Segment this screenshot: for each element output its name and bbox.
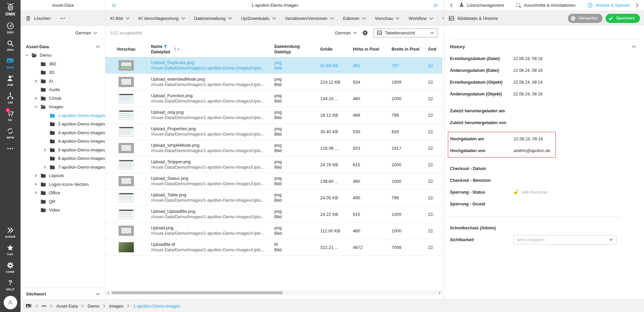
collapse-icon[interactable] <box>96 46 100 48</box>
menu-item[interactable]: KI Verschlagwortung <box>139 16 185 21</box>
collapse-section-icon[interactable] <box>632 46 639 48</box>
tree-item[interactable]: Demo <box>21 51 105 60</box>
scrollbar-thumb[interactable] <box>112 291 283 294</box>
table-row[interactable]: Upload_Table.png /Asset-Data/Demo/Images… <box>105 190 442 206</box>
table-row[interactable]: Upload_Function.png /Asset-Data/Demo/Ima… <box>105 90 442 107</box>
detail-tab[interactable]: Lizenzmanagement <box>459 2 504 8</box>
tree-item[interactable]: Video <box>21 206 105 215</box>
column-header-ext[interactable]: Dateiendung Dateityp <box>270 44 316 55</box>
menu-item[interactable]: Variationen/Versionen <box>285 16 334 21</box>
table-row[interactable]: Upload_extendedMode.png /Asset-Data/Demo… <box>105 74 442 90</box>
table-row[interactable]: Upload_Status.png /Asset-Data/Demo/Image… <box>105 173 442 190</box>
tree-item[interactable]: Layouts <box>21 171 105 180</box>
chevron-right-icon[interactable] <box>34 174 39 177</box>
chevron-right-icon[interactable] <box>43 148 49 151</box>
tree-item[interactable]: 360 <box>21 60 105 68</box>
save-button[interactable]: Speichern <box>606 14 640 23</box>
tree-root-node[interactable]: Asset-Data <box>21 42 105 51</box>
delete-button[interactable]: Löschen <box>34 16 51 21</box>
sort-indicator[interactable]: 1 <box>174 47 180 52</box>
table-row[interactable]: Upload.png /Asset-Data/Demo/Images/1-apo… <box>105 223 442 239</box>
table-row[interactable]: Uploadfile.tif /Asset-Data/Demo/Images/1… <box>105 239 442 256</box>
rail-item[interactable]: CONF <box>5 261 15 274</box>
scroll-left-arrow-icon[interactable] <box>106 291 111 295</box>
image-icon[interactable] <box>25 303 32 309</box>
table-row[interactable]: Upload_Uploadfile.png /Asset-Data/Demo/I… <box>105 206 442 223</box>
table-row[interactable]: Upload_simpleMode.png /Asset-Data/Demo/I… <box>105 140 442 157</box>
column-header-preview[interactable]: Vorschau <box>105 47 147 52</box>
table-row[interactable]: Upload_Duplicate.png /Asset-Data/Demo/Im… <box>105 57 442 74</box>
more-actions-icon[interactable] <box>60 16 65 21</box>
keyword-section-toggle[interactable]: Stichwort <box>21 288 105 300</box>
table-row[interactable]: Upload_Properties.png /Asset-Data/Demo/I… <box>105 123 442 140</box>
chevron-right-icon[interactable] <box>34 80 39 83</box>
rail-item[interactable]: SC 8 <box>6 110 14 122</box>
column-header-modified[interactable]: Änd <box>424 47 442 52</box>
rail-item[interactable]: CM <box>6 92 14 104</box>
breadcrumb-item[interactable]: Asset-Data <box>56 304 78 309</box>
scrollbar-track[interactable] <box>111 291 437 295</box>
detail-tab[interactable]: Ausschnitte & Annotationen <box>516 2 576 8</box>
table-settings-gear-icon[interactable] <box>362 30 368 36</box>
content-language-select[interactable]: German <box>335 30 357 35</box>
column-header-width[interactable]: Breite in Pixel <box>387 47 424 52</box>
tree-item[interactable]: 6-apollon-Demo-Images-Ve <box>21 154 105 163</box>
tree-item[interactable]: Audio <box>21 85 105 94</box>
breadcrumb-item[interactable]: Images <box>109 304 124 309</box>
collapse-left-panel-icon[interactable] <box>112 3 117 7</box>
tree-item[interactable]: 7-apollon-Demo-Images-Du <box>21 163 105 172</box>
detail-tab[interactable]: Historie & Sperren <box>587 2 630 8</box>
tree-item[interactable]: QR <box>21 197 105 206</box>
collapse-right-panel-icon[interactable] <box>433 3 438 7</box>
tree-item[interactable]: 3-apollon-Demo-Images-PS <box>21 129 105 137</box>
tree-language-select[interactable]: German <box>21 26 105 39</box>
discard-button[interactable]: Verwerfen <box>568 14 602 23</box>
menu-item[interactable]: Workflow <box>408 16 433 21</box>
column-header-height[interactable]: Höhe in Pixel <box>348 47 387 52</box>
tree-item[interactable]: Logos-Icons-Vectors <box>21 180 105 189</box>
column-header-size[interactable]: Größe <box>316 47 348 52</box>
chevron-right-icon[interactable] <box>34 191 39 194</box>
rail-item[interactable]: FAV <box>5 244 15 256</box>
horizontal-scrollbar[interactable] <box>105 290 442 295</box>
rail-item[interactable]: Unfold <box>5 226 15 238</box>
rail-item[interactable]: SRH <box>6 39 14 52</box>
tree-item[interactable]: 1-apollon-Demo-Images <box>21 111 105 120</box>
chevron-right-icon[interactable] <box>34 183 39 186</box>
trash-icon[interactable] <box>25 16 31 21</box>
rail-item[interactable]: P PIM <box>6 75 14 87</box>
menu-item[interactable]: KI Bild <box>110 16 129 21</box>
scroll-right-arrow-icon[interactable] <box>437 291 442 295</box>
omn-logo[interactable]: OMN <box>5 3 16 17</box>
tree-item[interactable]: AI <box>21 77 105 86</box>
menu-item[interactable]: Editoren <box>343 16 366 21</box>
breadcrumb-item[interactable]: 1-apollon-Demo-Images <box>133 304 180 309</box>
tree-item[interactable]: 4-apollon-Demo-Images-Lic <box>21 137 105 146</box>
tree-item[interactable]: CIHub <box>21 94 105 103</box>
filter-icon[interactable] <box>163 45 167 49</box>
tree-item[interactable]: 3D <box>21 68 105 77</box>
chevron-right-icon[interactable] <box>43 166 49 169</box>
view-mode-select[interactable]: Tabellenansicht <box>373 28 437 37</box>
breadcrumb-item[interactable]: ••• <box>42 304 47 309</box>
rail-item[interactable] <box>6 145 14 153</box>
table-row[interactable]: Upload_only.png /Asset-Data/Demo/Images/… <box>105 107 442 123</box>
tabs-scroll-right-icon[interactable] <box>636 3 639 7</box>
tabs-scroll-left-icon[interactable] <box>450 3 453 7</box>
chevron-down-icon[interactable] <box>25 54 30 57</box>
column-header-name[interactable]: Name Dateipfad 1 <box>147 44 270 55</box>
breadcrumb-item[interactable]: Demo <box>88 304 99 309</box>
tree-item[interactable]: 5-apollon-Demo-Images-Va <box>21 146 105 154</box>
menu-item[interactable]: Up/Downloads <box>241 16 276 21</box>
table-row[interactable]: Upload_Snipper.png /Asset-Data/Demo/Imag… <box>105 157 442 173</box>
rail-item[interactable]: WFM <box>6 127 14 139</box>
chevron-down-icon[interactable] <box>34 105 39 108</box>
tree-item[interactable]: Images <box>21 103 105 111</box>
rail-item[interactable]: ? HELP <box>5 279 15 291</box>
tree-item[interactable]: Office <box>21 189 105 197</box>
rail-item[interactable]: DAM <box>6 57 14 69</box>
visibility-select[interactable]: keine Angaben <box>513 235 617 245</box>
history-section-header[interactable]: History <box>450 39 639 49</box>
rail-item[interactable]: DBD <box>6 22 14 34</box>
tree-item[interactable]: 2-apollon-Demo-Images-Pa <box>21 120 105 129</box>
